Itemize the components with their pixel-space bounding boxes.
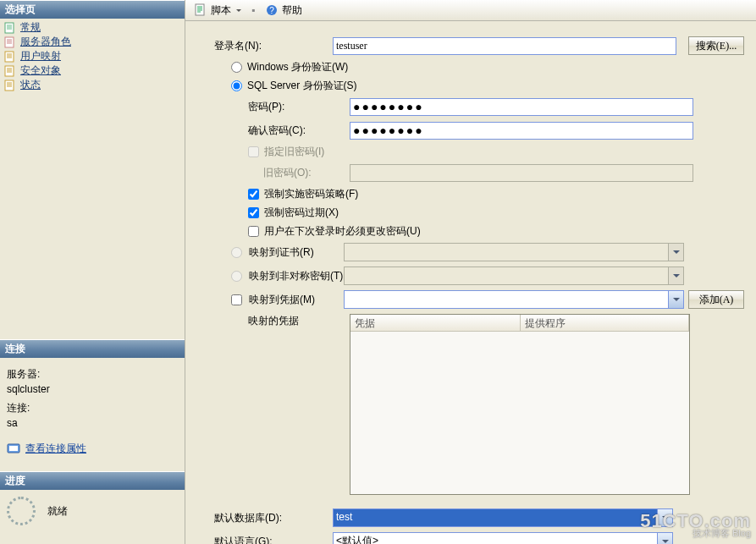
nav-item-server-roles[interactable]: 服务器角色 <box>3 35 185 49</box>
must-change-password-checkbox[interactable] <box>248 226 259 237</box>
chevron-down-icon <box>668 291 683 308</box>
page-icon <box>3 64 17 78</box>
page-icon <box>3 50 17 63</box>
radio-map-cert-label: 映射到证书(R) <box>247 245 344 260</box>
help-label: 帮助 <box>282 3 302 18</box>
properties-icon <box>7 442 20 455</box>
login-name-label: 登录名(N): <box>214 39 333 53</box>
default-database-value: test <box>334 509 657 526</box>
nav-label: 服务器角色 <box>20 35 71 49</box>
add-button[interactable]: 添加(A) <box>688 290 744 309</box>
page-icon <box>3 36 17 49</box>
radio-map-asym-label: 映射到非对称密钥(T) <box>247 269 344 283</box>
nav-item-securables[interactable]: 安全对象 <box>3 63 185 78</box>
credential-grid[interactable]: 凭据 提供程序 <box>350 314 690 495</box>
help-button[interactable]: ? 帮助 <box>262 3 306 19</box>
map-credential-checkbox[interactable] <box>231 294 242 305</box>
radio-windows-auth-label: Windows 身份验证(W) <box>247 60 348 74</box>
conn-value: sa <box>7 415 178 431</box>
chevron-down-icon <box>668 267 683 284</box>
select-page-header: 选择页 <box>0 0 185 19</box>
specify-old-password-checkbox <box>248 146 259 157</box>
progress-spinner-icon <box>7 497 36 525</box>
progress-state: 就绪 <box>47 504 68 519</box>
svg-text:?: ? <box>269 6 274 15</box>
radio-sql-auth[interactable] <box>231 80 242 91</box>
nav-label: 状态 <box>20 78 41 92</box>
script-icon <box>194 3 207 17</box>
mapped-credentials-label: 映射的凭据 <box>214 314 350 328</box>
enforce-expiration-label: 强制密码过期(X) <box>264 206 339 220</box>
svg-rect-1 <box>5 37 14 47</box>
must-change-password-label: 用户在下次登录时必须更改密码(U) <box>264 224 421 239</box>
login-name-input[interactable] <box>333 37 676 55</box>
confirm-password-label: 确认密码(C): <box>214 124 350 138</box>
old-password-input <box>350 164 693 182</box>
map-credential-label: 映射到凭据(M) <box>247 293 344 307</box>
svg-rect-0 <box>5 23 14 33</box>
connection-box: 服务器: sqlcluster 连接: sa 查看连接属性 <box>0 358 185 456</box>
default-database-label: 默认数据库(D): <box>214 511 333 525</box>
nav-label: 安全对象 <box>20 63 61 78</box>
enforce-expiration-checkbox[interactable] <box>248 207 259 218</box>
chevron-down-icon <box>657 509 672 526</box>
chevron-down-icon <box>668 244 683 261</box>
cred-col-provider: 提供程序 <box>521 315 689 331</box>
radio-map-asym <box>231 271 242 282</box>
nav-label: 常规 <box>20 20 41 35</box>
default-language-combo[interactable]: <默认值> <box>333 532 673 544</box>
nav-label: 用户映射 <box>20 49 61 63</box>
toolbar-separator: ▪ <box>251 4 255 16</box>
help-icon: ? <box>265 3 279 17</box>
server-value: sqlcluster <box>7 382 178 397</box>
old-password-label: 旧密码(O): <box>214 166 350 180</box>
radio-sql-auth-label: SQL Server 身份验证(S) <box>247 79 357 93</box>
chevron-down-icon <box>236 9 241 14</box>
password-label: 密码(P): <box>214 100 350 114</box>
svg-rect-6 <box>9 446 18 451</box>
specify-old-password-label: 指定旧密码(I) <box>264 145 324 159</box>
script-button[interactable]: 脚本 <box>190 3 245 19</box>
view-connection-properties-link[interactable]: 查看连接属性 <box>25 441 86 456</box>
radio-windows-auth[interactable] <box>231 62 242 73</box>
server-label: 服务器: <box>7 366 178 382</box>
password-input[interactable]: ●●●●●●●● <box>350 98 693 116</box>
default-language-value: <默认值> <box>334 533 657 544</box>
page-icon <box>3 21 17 35</box>
default-database-combo[interactable]: test <box>333 508 673 527</box>
nav-list: 常规 服务器角色 用户映射 安全对象 <box>0 19 185 92</box>
default-language-label: 默认语言(G): <box>214 535 333 545</box>
nav-item-general[interactable]: 常规 <box>3 20 185 35</box>
progress-header: 进度 <box>0 471 185 490</box>
connection-header: 连接 <box>0 339 185 358</box>
confirm-password-input[interactable]: ●●●●●●●● <box>350 122 693 140</box>
cert-combo <box>344 243 684 261</box>
svg-rect-4 <box>5 80 14 91</box>
cred-col-credential: 凭据 <box>350 315 521 331</box>
page-icon <box>3 79 17 92</box>
nav-item-status[interactable]: 状态 <box>3 78 185 92</box>
chevron-down-icon <box>657 533 672 544</box>
enforce-policy-label: 强制实施密码策略(F) <box>264 187 358 201</box>
form-area: 登录名(N): 搜索(E)... Windows 身份验证(W) SQL Ser… <box>185 21 756 544</box>
search-button[interactable]: 搜索(E)... <box>688 36 744 55</box>
script-label: 脚本 <box>211 3 231 18</box>
conn-label: 连接: <box>7 400 178 415</box>
svg-rect-2 <box>5 52 14 62</box>
credential-combo[interactable] <box>344 290 684 309</box>
nav-item-user-mapping[interactable]: 用户映射 <box>3 49 185 63</box>
enforce-policy-checkbox[interactable] <box>248 189 259 200</box>
radio-map-cert <box>231 247 242 258</box>
asym-combo <box>344 267 684 285</box>
svg-rect-3 <box>5 66 14 76</box>
toolbar: 脚本 ▪ ? 帮助 <box>185 0 756 21</box>
